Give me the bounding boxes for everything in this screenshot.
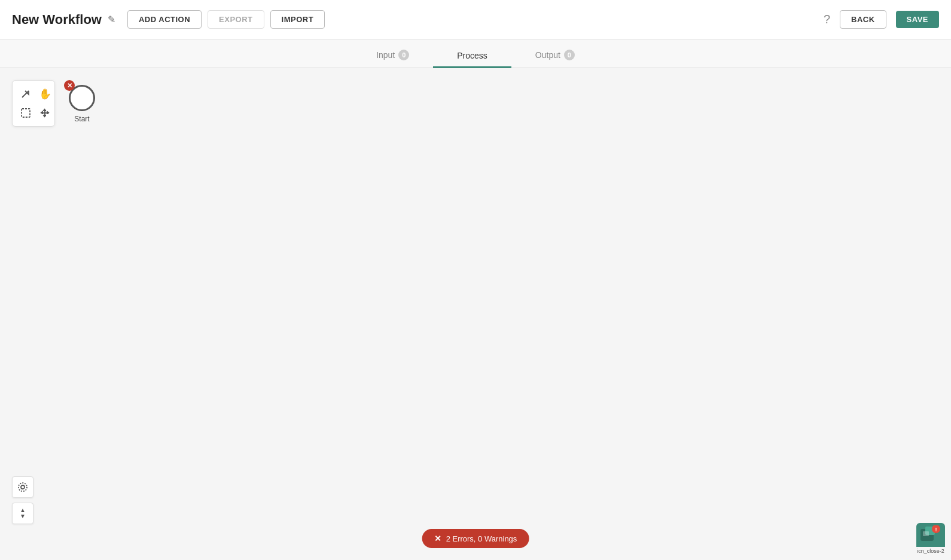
start-node-shape: ✕	[69, 85, 95, 111]
svg-point-4	[21, 485, 25, 489]
zoom-down-icon[interactable]: ▼	[20, 513, 26, 519]
tabs-bar: Input 0 Process Output 0	[0, 39, 951, 68]
bottom-right-logo: ! icn_close-2	[916, 523, 945, 554]
start-node[interactable]: ✕ Start	[69, 85, 95, 123]
page-title: New Workflow	[12, 12, 102, 27]
canvas-area: ✋ ✕ Start	[0, 68, 951, 560]
svg-rect-8	[923, 531, 929, 536]
error-bar[interactable]: ✕ 2 Errors, 0 Warnings	[422, 529, 529, 548]
edit-icon[interactable]: ✎	[108, 14, 115, 25]
help-icon[interactable]: ?	[824, 13, 830, 26]
svg-rect-1	[22, 109, 30, 117]
arrow-tool-button[interactable]	[17, 85, 34, 102]
start-node-label: Start	[74, 115, 89, 123]
zoom-control-button[interactable]: ▲ ▼	[12, 503, 33, 524]
logo-label: icn_close-2	[917, 548, 944, 554]
select-tool-button[interactable]	[17, 105, 34, 121]
header: New Workflow ✎ ADD ACTION EXPORT IMPORT …	[0, 0, 951, 39]
center-view-button[interactable]	[12, 476, 33, 498]
header-actions: ADD ACTION EXPORT IMPORT	[127, 10, 325, 29]
canvas-controls: ▲ ▼	[12, 476, 33, 524]
move-tool-button[interactable]	[36, 105, 53, 121]
toolbar: ✋	[12, 80, 55, 127]
start-node-delete-button[interactable]: ✕	[64, 80, 75, 91]
logo-box: !	[916, 523, 945, 547]
tab-input[interactable]: Input 0	[352, 44, 433, 68]
save-button[interactable]: SAVE	[896, 11, 939, 28]
export-button[interactable]: EXPORT	[208, 10, 264, 29]
back-button[interactable]: BACK	[840, 10, 886, 29]
output-badge: 0	[564, 50, 575, 60]
header-right: ? BACK SAVE	[824, 10, 939, 29]
add-action-button[interactable]: ADD ACTION	[127, 10, 202, 29]
import-button[interactable]: IMPORT	[270, 10, 325, 29]
error-text: 2 Errors, 0 Warnings	[446, 534, 517, 543]
svg-text:!: !	[935, 527, 937, 533]
error-close-icon[interactable]: ✕	[434, 534, 441, 543]
tab-process[interactable]: Process	[433, 45, 511, 68]
input-badge: 0	[398, 50, 409, 60]
tab-output[interactable]: Output 0	[511, 44, 599, 68]
hand-tool-button[interactable]: ✋	[36, 85, 53, 102]
svg-point-5	[19, 483, 27, 491]
